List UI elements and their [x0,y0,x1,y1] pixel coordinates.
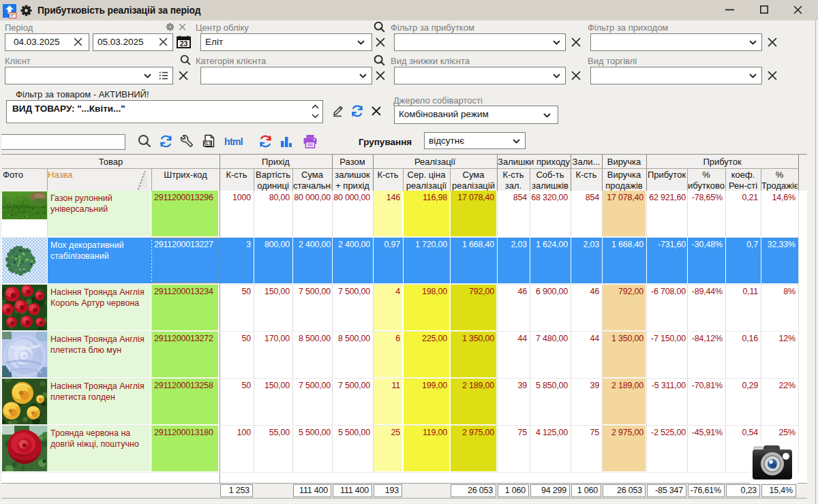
svg-text:XLS: XLS [203,141,212,146]
svg-text:23: 23 [180,40,188,48]
